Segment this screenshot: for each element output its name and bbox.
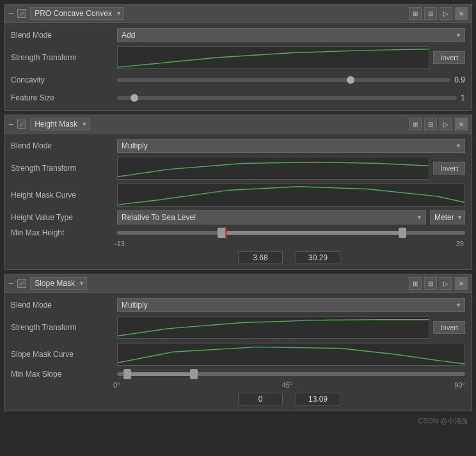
height-mask-curve-row: Height Mask Curve [11,184,465,207]
save-icon-slope[interactable]: ⊞ [409,277,422,290]
blend-mode-dropdown-pro[interactable]: Add [117,28,465,42]
slider-thumb1-height[interactable] [218,228,225,238]
load-icon-slope[interactable]: ⊟ [424,277,437,290]
close-icon-pro[interactable]: ✕ [455,7,468,20]
panel-body-pro: Blend Mode Add Strength Transform Invert [4,23,472,110]
strength-content-pro: Invert [117,46,465,69]
blend-mode-content-slope: Multiply [117,298,465,312]
play-icon-pro[interactable]: ▷ [440,7,452,20]
collapse-btn-height[interactable]: − [8,119,13,129]
blend-mode-select-slope[interactable]: Multiply [117,298,465,312]
blend-mode-label-height: Blend Mode [11,141,113,150]
min-max-height-slider[interactable] [117,228,465,237]
height-val1-input[interactable] [238,251,283,264]
feature-thumb[interactable] [131,94,138,102]
slope-mask-curve[interactable] [117,343,465,366]
blend-mode-dropdown-slope[interactable]: Multiply [117,298,465,312]
height-mask-panel: − ✓ Height Mask ⊞ ⊟ ▷ ✕ Blend Mode Multi… [4,114,472,270]
meter-dropdown-wrapper[interactable]: Meter [430,210,465,224]
concavity-content: 0.9 [117,75,465,84]
meter-select[interactable]: Meter [430,210,465,224]
close-icon-slope[interactable]: ✕ [455,277,468,290]
height-value-type-content: Relative To Sea Level Meter [117,210,465,224]
slope-val1-input[interactable] [238,393,283,405]
title-wrapper-height: Height Mask [30,118,90,130]
feature-size-label: Feature Size [11,93,113,102]
strength-content-height: Invert [117,157,465,180]
min-max-height-label: Min Max Height [11,228,113,237]
min-max-height-row: Min Max Height -13 | 39 [11,228,465,264]
height-mask-curve-content [117,184,465,207]
concavity-thumb[interactable] [347,76,354,84]
panel-header-height: − ✓ Height Mask ⊞ ⊟ ▷ ✕ [4,115,472,134]
panel-header-pro: − ✓ PRO Concave Convex ⊞ ⊟ ▷ ✕ [4,4,472,23]
height-value-type-dropdown[interactable]: Relative To Sea Level [117,210,426,224]
blend-mode-dropdown-height[interactable]: Multiply [117,139,465,153]
strength-curve-height[interactable] [117,157,429,180]
strength-curve-slope[interactable] [117,316,429,339]
strength-label-pro: Strength Transform [11,53,113,62]
blend-mode-select-height[interactable]: Multiply [117,139,465,153]
slope-val2-input[interactable] [296,393,340,405]
play-icon-height[interactable]: ▷ [440,118,452,130]
blend-mode-label-slope: Blend Mode [11,301,113,310]
invert-btn-height[interactable]: Invert [433,162,465,175]
height-mask-curve[interactable] [117,184,465,207]
invert-btn-slope[interactable]: Invert [433,321,465,334]
slope-mask-curve-row: Slope Mask Curve [11,343,465,366]
collapse-btn-slope[interactable]: − [8,278,13,288]
blend-mode-content-pro: Add [117,28,465,42]
feature-slider[interactable] [117,95,457,101]
concavity-label: Concavity [11,75,113,84]
panel-title-select-slope[interactable]: Slope Mask [30,277,87,290]
collapse-btn-pro[interactable]: − [8,8,13,19]
concavity-value: 0.9 [454,75,465,84]
concavity-slider[interactable] [117,77,450,83]
save-icon-pro[interactable]: ⊞ [409,7,422,20]
max-label-slope: 90° [454,381,465,389]
slope-mask-curve-label: Slope Mask Curve [11,350,113,359]
invert-btn-pro[interactable]: Invert [433,51,465,64]
panel-icons-slope: ⊞ ⊟ ▷ ✕ [409,277,468,290]
height-value-type-label: Height Value Type [11,213,113,222]
strength-label-slope: Strength Transform [11,323,113,332]
load-icon-height[interactable]: ⊟ [424,118,437,130]
min-max-slope-slider[interactable] [117,370,465,379]
concavity-row: Concavity 0.9 [11,73,465,87]
strength-label-height: Strength Transform [11,164,113,173]
blend-mode-row-slope: Blend Mode Multiply [11,298,465,312]
min-label-height: -13 [115,240,125,248]
title-wrapper-slope: Slope Mask [30,277,87,290]
slider-thumb2-slope[interactable] [190,369,198,379]
panel-title-select-height[interactable]: Height Mask [30,118,90,130]
strength-curve-pro[interactable] [117,46,429,69]
blend-mode-row-height: Blend Mode Multiply [11,139,465,153]
max-label-height: 39 [456,240,464,248]
height-value-type-select[interactable]: Relative To Sea Level [117,210,426,224]
enable-checkbox-height[interactable]: ✓ [17,120,26,129]
min-label-slope: 0° [113,381,120,389]
feature-size-content: 1 [117,93,465,102]
min-max-slope-label: Min Max Slope [11,370,113,379]
enable-checkbox-pro[interactable]: ✓ [17,9,26,18]
blend-mode-row-pro: Blend Mode Add [11,28,465,42]
height-mask-curve-label: Height Mask Curve [11,191,113,200]
panel-title-select-pro[interactable]: PRO Concave Convex [30,7,124,20]
play-icon-slope[interactable]: ▷ [440,277,452,290]
slider-thumb2-height[interactable] [399,228,406,238]
strength-content-slope: Invert [117,316,465,339]
watermark: CSDN @小清兔 [4,415,472,427]
slider-thumb1-slope[interactable] [123,369,131,379]
feature-size-row: Feature Size 1 [11,91,465,105]
save-icon-height[interactable]: ⊞ [409,118,422,130]
enable-checkbox-slope[interactable]: ✓ [17,279,26,288]
height-val2-input[interactable] [296,251,340,264]
title-wrapper-pro: PRO Concave Convex [30,7,124,20]
slope-mask-panel: − ✓ Slope Mask ⊞ ⊟ ▷ ✕ Blend Mode Multip… [4,274,472,411]
strength-row-height: Strength Transform Invert [11,157,465,180]
load-icon-pro[interactable]: ⊟ [424,7,437,20]
strength-row-pro: Strength Transform Invert [11,46,465,69]
strength-row-slope: Strength Transform Invert [11,316,465,339]
close-icon-height[interactable]: ✕ [455,118,468,130]
blend-mode-select-pro[interactable]: Add [117,28,465,42]
